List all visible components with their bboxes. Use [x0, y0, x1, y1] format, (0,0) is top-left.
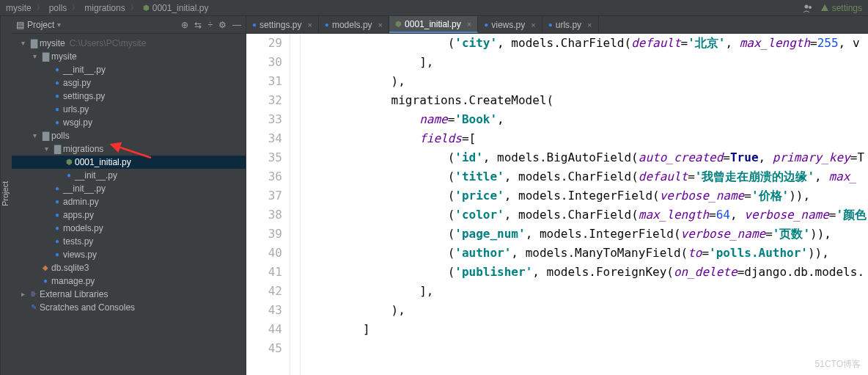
editor-area: ●settings.py×●models.py×⬢0001_initial.py…: [246, 16, 868, 375]
line-number-gutter: 2930313233343536373839404142434445: [246, 34, 290, 375]
code-line[interactable]: [306, 339, 868, 358]
hide-panel-icon[interactable]: —: [232, 20, 241, 30]
svg-point-1: [809, 6, 812, 9]
code-line[interactable]: ('title', models.CharField(default='我曾走在…: [306, 167, 868, 186]
tree-item[interactable]: ●asgi.py: [12, 76, 246, 90]
code-editor[interactable]: 2930313233343536373839404142434445 ('cit…: [246, 34, 868, 375]
close-tab-icon[interactable]: ×: [531, 21, 535, 29]
code-line[interactable]: fields=[: [306, 129, 868, 148]
breadcrumb-item[interactable]: polls: [49, 3, 67, 13]
fold-gutter[interactable]: [290, 34, 301, 375]
tab-label: models.py: [332, 20, 372, 30]
tree-item-label: manage.py: [51, 274, 95, 288]
tree-item-label: views.py: [63, 248, 97, 261]
code-line[interactable]: ],: [306, 282, 868, 301]
tree-item[interactable]: ●models.py: [12, 222, 246, 235]
tree-item[interactable]: ●settings.py: [12, 90, 246, 103]
tree-item-label: __init__.py: [63, 182, 106, 195]
editor-tab[interactable]: ⬢0001_initial.py×: [389, 16, 478, 33]
database-icon: ◆: [40, 261, 51, 274]
editor-tab[interactable]: ●models.py×: [319, 16, 389, 33]
select-opened-file-icon[interactable]: ⊕: [181, 20, 188, 30]
tree-item[interactable]: ▾▇migrations: [12, 142, 246, 156]
python-file-icon: ●: [51, 76, 63, 90]
expand-arrow-icon[interactable]: ▾: [18, 37, 28, 50]
code-with-me-icon[interactable]: [803, 3, 813, 13]
tree-item-label: External Libraries: [40, 288, 108, 301]
tree-item[interactable]: ◆db.sqlite3: [12, 261, 246, 274]
tab-label: 0001_initial.py: [405, 19, 461, 29]
code-line[interactable]: ),: [306, 72, 868, 91]
tree-item[interactable]: ▾▇mysite: [12, 50, 246, 63]
tree-item-label: admin.py: [63, 195, 99, 208]
tree-item[interactable]: ●wsgi.py: [12, 116, 246, 129]
settings-link[interactable]: settings: [820, 3, 862, 13]
folder-icon: ▇: [51, 142, 63, 156]
editor-tab[interactable]: ●settings.py×: [246, 16, 319, 33]
editor-tab[interactable]: ●views.py×: [478, 16, 542, 33]
code-line[interactable]: ('city', models.CharField(default='北京', …: [306, 34, 868, 53]
tree-item[interactable]: ▸⊪External Libraries: [12, 288, 246, 301]
tree-item[interactable]: ●apps.py: [12, 208, 246, 222]
code-line[interactable]: ('page_num', models.IntegerField(verbose…: [306, 225, 868, 244]
code-line[interactable]: ],: [306, 53, 868, 72]
breadcrumb-item[interactable]: migrations: [84, 3, 125, 13]
close-tab-icon[interactable]: ×: [467, 20, 471, 29]
code-line[interactable]: ('color', models.CharField(max_length=64…: [306, 205, 868, 225]
tree-item[interactable]: ●urls.py: [12, 103, 246, 116]
python-file-icon: ●: [51, 208, 63, 222]
tree-item[interactable]: ▾▇mysiteC:\Users\PC\mysite: [12, 37, 246, 50]
project-tool-tab[interactable]: Project: [0, 16, 12, 375]
line-number: 30: [246, 53, 282, 72]
collapse-all-icon[interactable]: ÷: [207, 20, 213, 30]
django-file-icon: ⬢: [143, 4, 150, 12]
close-tab-icon[interactable]: ×: [587, 21, 592, 29]
tree-item[interactable]: ✎Scratches and Consoles: [12, 301, 246, 314]
line-number: 33: [246, 110, 282, 129]
python-file-icon: ●: [51, 222, 63, 235]
expand-arrow-icon[interactable]: ▾: [29, 50, 40, 63]
line-number: 31: [246, 72, 282, 91]
code-content[interactable]: ('city', models.CharField(default='北京', …: [301, 34, 868, 375]
project-panel-title[interactable]: Project▾: [27, 20, 61, 30]
code-line[interactable]: ),: [306, 301, 868, 320]
expand-arrow-icon[interactable]: ▸: [18, 288, 28, 301]
python-file-icon: ●: [51, 182, 63, 195]
tree-item[interactable]: ●views.py: [12, 248, 246, 261]
breadcrumb-file[interactable]: 0001_initial.py: [152, 3, 209, 13]
expand-all-icon[interactable]: ⇆: [194, 20, 202, 30]
tree-item-label: tests.py: [63, 235, 93, 248]
tree-item[interactable]: ⬢0001_initial.py: [12, 156, 246, 169]
code-line[interactable]: ('id', models.BigAutoField(auto_created=…: [306, 148, 868, 167]
code-line[interactable]: ('author', models.ManyToManyField(to='po…: [306, 244, 868, 263]
line-number: 38: [246, 205, 282, 225]
tree-item[interactable]: ●__init__.py: [12, 182, 246, 195]
close-tab-icon[interactable]: ×: [378, 21, 383, 29]
django-file-icon: ⬢: [63, 156, 75, 169]
tree-item[interactable]: ●manage.py: [12, 274, 246, 288]
tree-item[interactable]: ●admin.py: [12, 195, 246, 208]
expand-arrow-icon[interactable]: ▾: [29, 129, 40, 142]
breadcrumb-root[interactable]: mysite: [6, 3, 32, 13]
editor-tab[interactable]: ●urls.py×: [542, 16, 599, 33]
code-line[interactable]: migrations.CreateModel(: [306, 91, 868, 110]
tree-item-label: settings.py: [63, 90, 105, 103]
code-line[interactable]: ('price', models.IntegerField(verbose_na…: [306, 186, 868, 205]
python-file-icon: ●: [40, 274, 51, 288]
tree-item-label: wsgi.py: [63, 116, 92, 129]
tree-item[interactable]: ●tests.py: [12, 235, 246, 248]
code-line[interactable]: ]: [306, 320, 868, 339]
tree-item[interactable]: ●__init__.py: [12, 169, 246, 182]
settings-label: settings: [832, 3, 862, 13]
python-file-icon: ●: [63, 169, 75, 182]
tree-item[interactable]: ▾▇polls: [12, 129, 246, 142]
tree-item-label: 0001_initial.py: [75, 156, 131, 169]
tree-item-label: migrations: [63, 142, 103, 156]
project-tree[interactable]: ▾▇mysiteC:\Users\PC\mysite▾▇mysite●__ini…: [12, 34, 246, 375]
tree-item[interactable]: ●__init__.py: [12, 63, 246, 76]
expand-arrow-icon[interactable]: ▾: [41, 142, 51, 156]
show-options-icon[interactable]: ⚙: [218, 20, 227, 30]
close-tab-icon[interactable]: ×: [307, 21, 312, 29]
code-line[interactable]: ('publisher', models.ForeignKey(on_delet…: [306, 263, 868, 282]
code-line[interactable]: name='Book',: [306, 110, 868, 129]
